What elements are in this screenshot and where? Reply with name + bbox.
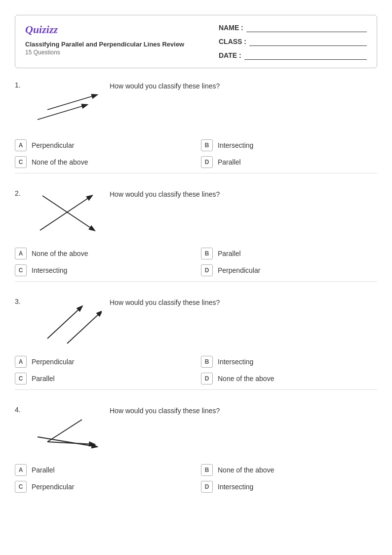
option-text-c: Perpendicular <box>32 483 74 491</box>
option-label-c: C <box>15 481 27 493</box>
question-3-option-b[interactable]: BIntersecting <box>201 356 377 368</box>
question-2-diagram <box>33 188 102 238</box>
class-label: CLASS : <box>219 38 246 45</box>
option-text-a: None of the above <box>32 250 88 257</box>
date-line[interactable] <box>244 51 367 60</box>
question-3-header: 3. How would you classify these lines? <box>15 297 377 346</box>
svg-line-6 <box>47 420 82 442</box>
class-field: CLASS : <box>219 37 367 46</box>
question-3-option-c[interactable]: CParallel <box>15 373 191 384</box>
question-3-option-d[interactable]: DNone of the above <box>201 373 377 384</box>
question-4-header: 4. How would you classify these lines? <box>15 405 377 454</box>
date-label: DATE : <box>219 51 241 59</box>
option-text-b: None of the above <box>218 466 274 474</box>
option-text-b: Intersecting <box>218 141 253 149</box>
questions-container: 1. How would you classify these lines?AP… <box>15 80 377 493</box>
question-4-option-d[interactable]: DIntersecting <box>201 481 377 493</box>
option-text-a: Perpendicular <box>32 358 74 366</box>
header: Quizizz Classifying Parallel and Perpend… <box>15 15 377 68</box>
option-label-d: D <box>201 156 213 168</box>
option-text-b: Parallel <box>218 250 241 257</box>
svg-line-1 <box>38 105 87 120</box>
option-label-c: C <box>15 264 27 276</box>
question-1-option-a[interactable]: APerpendicular <box>15 139 191 151</box>
question-4-options: AParallelBNone of the aboveCPerpendicula… <box>15 464 377 493</box>
question-2-header: 2. How would you classify these lines? <box>15 188 377 238</box>
logo-text: Quizizz <box>25 23 58 36</box>
option-label-b: B <box>201 356 213 368</box>
question-2-text: How would you classify these lines? <box>110 188 220 200</box>
question-1-option-d[interactable]: DParallel <box>201 156 377 168</box>
question-2: 2. How would you classify these lines? <box>15 188 377 282</box>
question-4-text: How would you classify these lines? <box>110 405 220 416</box>
question-1: 1. How would you classify these lines?AP… <box>15 80 377 173</box>
question-2-option-a[interactable]: ANone of the above <box>15 248 191 259</box>
question-1-header: 1. How would you classify these lines? <box>15 80 377 129</box>
question-4-option-b[interactable]: BNone of the above <box>201 464 377 476</box>
option-label-d: D <box>201 373 213 384</box>
svg-line-8 <box>38 437 97 447</box>
option-label-a: A <box>15 139 27 151</box>
option-label-c: C <box>15 373 27 384</box>
option-text-d: Parallel <box>218 158 241 166</box>
option-label-b: B <box>201 464 213 476</box>
quiz-title: Classifying Parallel and Perpendicular L… <box>25 40 184 49</box>
quiz-count: 15 Questions <box>25 49 184 56</box>
question-1-option-c[interactable]: CNone of the above <box>15 156 191 168</box>
question-4-option-a[interactable]: AParallel <box>15 464 191 476</box>
option-label-a: A <box>15 248 27 259</box>
option-text-b: Intersecting <box>218 358 253 366</box>
question-2-option-d[interactable]: DPerpendicular <box>201 264 377 276</box>
class-line[interactable] <box>249 37 367 46</box>
option-label-c: C <box>15 156 27 168</box>
option-text-c: None of the above <box>32 158 88 166</box>
option-label-d: D <box>201 264 213 276</box>
question-1-options: APerpendicularBIntersectingCNone of the … <box>15 139 377 168</box>
date-field: DATE : <box>219 51 367 60</box>
question-1-text: How would you classify these lines? <box>110 80 220 91</box>
question-4-option-c[interactable]: CPerpendicular <box>15 481 191 493</box>
question-divider <box>15 173 377 173</box>
name-label: NAME : <box>219 24 243 32</box>
question-4: 4. How would you classify these lines?AP… <box>15 405 377 493</box>
option-text-d: Perpendicular <box>218 266 260 274</box>
question-3-options: APerpendicularBIntersectingCParallelDNon… <box>15 356 377 384</box>
svg-line-2 <box>42 196 94 230</box>
name-field: NAME : <box>219 23 367 32</box>
name-line[interactable] <box>246 23 367 32</box>
question-4-number: 4. <box>15 405 25 414</box>
option-text-c: Intersecting <box>32 266 67 274</box>
option-label-b: B <box>201 248 213 259</box>
question-3-text: How would you classify these lines? <box>110 297 220 308</box>
quizizz-logo: Quizizz <box>25 23 184 36</box>
question-2-option-c[interactable]: CIntersecting <box>15 264 191 276</box>
question-divider <box>15 281 377 282</box>
option-label-a: A <box>15 356 27 368</box>
option-text-c: Parallel <box>32 375 55 383</box>
question-2-options: ANone of the aboveBParallelCIntersecting… <box>15 248 377 276</box>
svg-line-3 <box>40 196 92 230</box>
question-3-number: 3. <box>15 297 25 305</box>
option-text-a: Perpendicular <box>32 141 74 149</box>
question-3-option-a[interactable]: APerpendicular <box>15 356 191 368</box>
question-4-diagram <box>33 405 102 454</box>
svg-line-4 <box>47 306 82 339</box>
option-text-d: None of the above <box>218 375 274 383</box>
option-label-d: D <box>201 481 213 493</box>
question-3-diagram <box>33 297 102 346</box>
option-text-d: Intersecting <box>218 483 253 491</box>
svg-line-5 <box>67 311 102 343</box>
question-1-option-b[interactable]: BIntersecting <box>201 139 377 151</box>
question-3: 3. How would you classify these lines?AP… <box>15 297 377 390</box>
header-left: Quizizz Classifying Parallel and Perpend… <box>25 23 184 56</box>
question-1-diagram <box>33 80 102 129</box>
option-label-a: A <box>15 464 27 476</box>
svg-line-0 <box>47 95 97 110</box>
question-divider <box>15 389 377 390</box>
header-right: NAME : CLASS : DATE : <box>219 23 367 60</box>
question-1-number: 1. <box>15 80 25 89</box>
question-2-option-b[interactable]: BParallel <box>201 248 377 259</box>
question-2-number: 2. <box>15 188 25 197</box>
option-text-a: Parallel <box>32 466 55 474</box>
option-label-b: B <box>201 139 213 151</box>
